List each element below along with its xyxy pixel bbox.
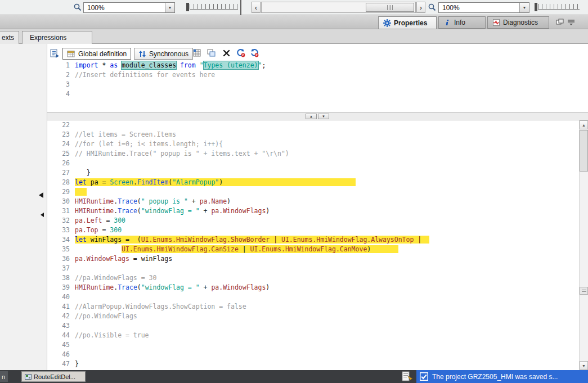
status-message-bar[interactable]: The project GRZ2505_HMI was saved s... (416, 370, 588, 383)
redo-error-icon[interactable] (249, 48, 259, 57)
tab-label: Info (454, 19, 465, 26)
zoom-slider-left[interactable] (185, 2, 239, 13)
slider-ticks (538, 4, 580, 10)
code-line: 36pa.WindowFlags = winFlags (47, 254, 579, 264)
top-toolbar: 100% ▼ ‹ › 100% ▼ (0, 0, 588, 15)
line-number: 34 (47, 235, 73, 245)
taskbar-item-route-edit[interactable]: RouteEditDel... (21, 371, 86, 382)
pane-splitter[interactable]: ▲ ▼ (47, 112, 588, 120)
line-number: 44 (47, 331, 73, 340)
line-number: 31 (47, 206, 73, 216)
tab-expressions[interactable]: Expressions (22, 31, 92, 44)
document-icon[interactable] (401, 371, 414, 382)
collapse-arrow-icon[interactable] (41, 213, 44, 217)
line-number: 47 (47, 359, 73, 369)
app-window: 100% ▼ ‹ › 100% ▼ (0, 0, 588, 383)
code-line: 38//pa.WindowFlags = 30 (47, 273, 579, 283)
scroll-left-button[interactable]: ‹ (252, 2, 261, 13)
tab-label: Properties (394, 19, 427, 27)
global-definition-button[interactable]: Global definition (62, 48, 131, 60)
code-line: 41//AlarmPopup.WindowFlags.ShowCaption =… (47, 302, 579, 312)
line-number: 36 (47, 254, 73, 264)
button-label: Global definition (78, 50, 127, 58)
tab-label: exts (2, 34, 14, 42)
code-line: 30HMIRuntime.Trace(" popup is " + pa.Nam… (47, 197, 579, 206)
vertical-scrollbar[interactable]: ▲ ▼ (579, 120, 588, 370)
slider-thumb[interactable] (535, 3, 537, 11)
float-pane-icon[interactable] (556, 19, 564, 25)
zoom-icon (73, 3, 82, 12)
chevron-down-icon[interactable]: ▼ (165, 3, 174, 12)
horizontal-scrollbar[interactable] (261, 2, 416, 13)
delete-icon[interactable] (223, 49, 230, 57)
line-number: 4 (47, 89, 73, 99)
script-definitions-icon[interactable] (50, 48, 60, 58)
line-number: 3 (47, 80, 73, 89)
line-number: 42 (47, 312, 73, 321)
properties-icon (383, 19, 391, 27)
taskbar-item-label: RouteEditDel... (34, 373, 75, 380)
scrollbar-grip[interactable] (580, 287, 588, 295)
button-label: Synchronous (149, 50, 188, 58)
tab-label: Expressions (30, 34, 66, 42)
global-definition-icon (67, 50, 75, 58)
tab-info[interactable]: Info (438, 16, 486, 29)
code-line: 45 (47, 340, 579, 350)
line-number: 27 (47, 168, 73, 178)
snippets-icon[interactable] (193, 49, 201, 57)
code-line: 23//let items = Screen.Items (47, 130, 579, 139)
code-line: 35 UI.Enums.HmiWindowFlag.CanSize | UI.E… (47, 245, 579, 254)
scroll-right-button[interactable]: › (416, 2, 425, 13)
line-number: 24 (47, 139, 73, 149)
taskbar-item-label: n (2, 373, 5, 380)
line-number: 2 (47, 70, 73, 80)
line-number: 29 (47, 187, 73, 197)
splitter-up-button[interactable]: ▲ (306, 114, 317, 119)
zoom-select-left[interactable]: 100% ▼ (83, 2, 175, 13)
line-number: 30 (47, 197, 73, 206)
check-icon (420, 372, 428, 381)
synchronous-button[interactable]: Synchronous (134, 48, 193, 60)
undo-error-icon[interactable] (236, 48, 246, 57)
scrollbar-thumb[interactable] (580, 130, 588, 172)
code-line: 46 (47, 350, 579, 359)
taskbar-item-partial[interactable]: n (0, 371, 8, 382)
line-number: 39 (47, 283, 73, 292)
code-line: 32pa.Left = 300 (47, 216, 579, 226)
status-message: The project GRZ2505_HMI was saved s... (432, 373, 558, 381)
line-number: 37 (47, 264, 73, 273)
tab-texts[interactable]: exts (0, 31, 19, 44)
code-line: 27 } (47, 168, 579, 178)
slider-thumb[interactable] (186, 3, 189, 11)
line-number: 1 (47, 61, 73, 70)
windows-icon[interactable] (207, 49, 216, 57)
code-line: 22 (47, 120, 579, 130)
chevron-down-icon[interactable]: ▼ (519, 3, 529, 12)
status-bar: n RouteEditDel... The project GRZ2505_HM… (0, 370, 588, 383)
line-number: 35 (47, 245, 73, 254)
tab-diagnostics[interactable]: Diagnostics (487, 16, 549, 29)
zoom-slider-right[interactable] (533, 2, 581, 13)
tab-properties[interactable]: Properties (378, 16, 437, 29)
scroll-up-button[interactable]: ▲ (580, 120, 588, 129)
slider-ticks (190, 4, 238, 10)
line-number: 25 (47, 149, 73, 159)
zoom-select-right[interactable]: 100% ▼ (438, 2, 529, 13)
scrollbar-thumb[interactable] (366, 3, 414, 12)
line-number: 33 (47, 226, 73, 235)
code-line: 4 (47, 89, 579, 99)
code-line: 47} (47, 359, 579, 369)
code-pane-bottom[interactable]: 2223//let items = Screen.Items24//for (l… (47, 120, 579, 370)
scroll-down-button[interactable]: ▼ (580, 361, 588, 370)
toolbar-divider (240, 0, 241, 15)
splitter-down-button[interactable]: ▼ (318, 114, 329, 119)
pane-menu-icon[interactable] (567, 19, 575, 25)
collapse-arrow-icon[interactable] (39, 192, 43, 198)
code-pane-top[interactable]: 1import * as module_classes from "Types … (47, 61, 579, 112)
line-number: 40 (47, 292, 73, 302)
synchronous-icon (138, 50, 146, 58)
code-line: 1import * as module_classes from "Types … (47, 61, 579, 70)
tab-label: Diagnostics (503, 19, 538, 26)
code-line: 33pa.Top = 300 (47, 226, 579, 235)
code-line: 37 (47, 264, 579, 273)
